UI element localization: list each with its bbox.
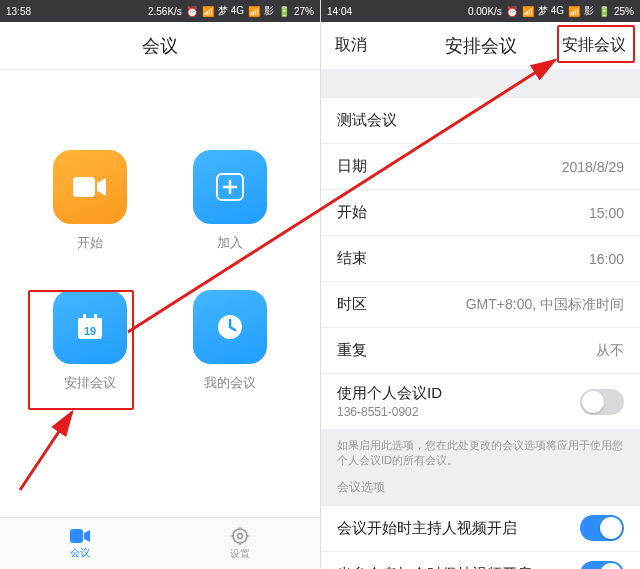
svg-point-10 [238,533,243,538]
svg-rect-0 [73,177,95,197]
row-label: 使用个人会议ID [337,384,442,403]
svg-rect-4 [83,314,86,320]
tile-label: 我的会议 [204,374,256,392]
status-time: 14:04 [327,6,352,17]
tile-label: 安排会议 [64,374,116,392]
battery-icon: 🔋 [278,6,290,17]
pmi-number: 136-8551-0902 [337,405,442,419]
net-speed: 0.00K/s [468,6,502,17]
tile-schedule[interactable]: 19 安排会议 [53,290,127,392]
row-value: 2018/8/29 [562,159,624,175]
tab-meeting[interactable]: 会议 [0,518,160,569]
video-icon [53,150,127,224]
battery-pct: 25% [614,6,634,17]
tile-mine[interactable]: 我的会议 [193,290,267,392]
row-host-video[interactable]: 会议开始时主持人视频开启 [321,506,640,552]
row-value: GMT+8:00, 中国标准时间 [466,296,624,314]
svg-rect-5 [94,314,97,320]
row-label: 开始 [337,203,367,222]
alarm-icon: ⏰ [186,6,198,17]
carrier-1: 梦 4G [538,4,564,18]
clock-icon [193,290,267,364]
tile-start[interactable]: 开始 [53,150,127,252]
phone-left: 13:58 2.56K/s ⏰ 📶 梦 4G 📶 影 🔋 27% 会议 开始 [0,0,320,569]
battery-pct: 27% [294,6,314,17]
row-start[interactable]: 开始 15:00 [321,190,640,236]
signal-icon-2: 📶 [248,6,260,17]
phone-right: 14:04 0.00K/s ⏰ 📶 梦 4G 📶 影 🔋 25% 取消 安排会议… [320,0,640,569]
row-pmi[interactable]: 使用个人会议ID 136-8551-0902 [321,374,640,430]
tile-label: 加入 [217,234,243,252]
header-left: 会议 [0,22,320,70]
toggle-host-video[interactable] [580,515,624,541]
tab-label: 设置 [230,547,250,561]
svg-rect-3 [78,318,102,324]
launch-grid: 开始 加入 19 安排会议 我的会议 [0,70,320,392]
row-date[interactable]: 日期 2018/8/29 [321,144,640,190]
tab-settings[interactable]: 设置 [160,518,320,569]
status-time: 13:58 [6,6,31,17]
alarm-icon: ⏰ [506,6,518,17]
row-label: 时区 [337,295,367,314]
row-label: 重复 [337,341,367,360]
row-value: 15:00 [589,205,624,221]
bottom-tabbar: 会议 设置 [0,517,320,569]
carrier-1: 梦 4G [218,4,244,18]
battery-icon: 🔋 [598,6,610,17]
signal-icon: 📶 [202,6,214,17]
carrier-2: 影 [584,4,594,18]
row-participant-video[interactable]: 当参会者加会时保持视频开启 [321,552,640,569]
tile-label: 开始 [77,234,103,252]
header-right: 取消 安排会议 安排会议 [321,22,640,70]
row-repeat[interactable]: 重复 从不 [321,328,640,374]
row-label: 日期 [337,157,367,176]
plus-icon [193,150,267,224]
row-topic[interactable]: 测试会议 [321,98,640,144]
status-bar-left: 13:58 2.56K/s ⏰ 📶 梦 4G 📶 影 🔋 27% [0,0,320,22]
options-header: 会议选项 [321,473,640,506]
status-bar-right: 14:04 0.00K/s ⏰ 📶 梦 4G 📶 影 🔋 25% [321,0,640,22]
carrier-2: 影 [264,4,274,18]
toggle-participant-video[interactable] [580,561,624,569]
row-timezone[interactable]: 时区 GMT+8:00, 中国标准时间 [321,282,640,328]
calendar-icon: 19 [53,290,127,364]
confirm-button[interactable]: 安排会议 [556,35,626,56]
row-label: 当参会者加会时保持视频开启 [337,565,532,569]
toggle-pmi[interactable] [580,389,624,415]
svg-rect-8 [70,529,83,543]
topic-value: 测试会议 [337,111,397,130]
row-value: 从不 [596,342,624,360]
cancel-button[interactable]: 取消 [335,35,405,56]
page-title: 安排会议 [445,34,517,58]
net-speed: 2.56K/s [148,6,182,17]
section-gap [321,70,640,98]
row-end[interactable]: 结束 16:00 [321,236,640,282]
row-value: 16:00 [589,251,624,267]
page-title: 会议 [142,34,178,58]
signal-icon-2: 📶 [568,6,580,17]
row-label: 会议开始时主持人视频开启 [337,519,517,538]
pmi-note: 如果启用此选项，您在此处更改的会议选项将应用于使用您个人会议ID的所有会议。 [321,430,640,473]
row-label: 结束 [337,249,367,268]
signal-icon: 📶 [522,6,534,17]
svg-text:19: 19 [84,325,96,337]
tile-join[interactable]: 加入 [193,150,267,252]
svg-point-9 [233,529,247,543]
tab-label: 会议 [70,546,90,560]
